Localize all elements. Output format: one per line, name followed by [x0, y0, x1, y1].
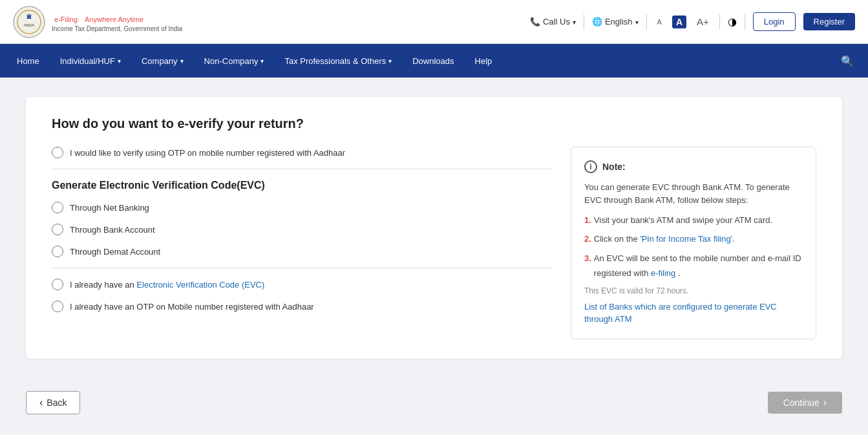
- step-2-text: Click on the 'Pin for Income Tax filing'…: [594, 231, 735, 246]
- info-icon: i: [584, 160, 597, 173]
- continue-label: Continue: [783, 398, 820, 408]
- option-net-banking-label: Through Net Banking: [70, 203, 149, 213]
- step-2-num: 2.: [584, 231, 591, 246]
- step-2: 2. Click on the 'Pin for Income Tax fili…: [584, 231, 803, 246]
- step-3-text: An EVC will be sent to the mobile number…: [594, 251, 803, 281]
- radio-bank-account[interactable]: [52, 224, 63, 235]
- company-chevron-icon: ▾: [180, 58, 184, 65]
- option-demat-account[interactable]: Through Demat Account: [52, 246, 551, 257]
- font-normal-button[interactable]: A: [672, 16, 686, 28]
- note-steps: 1. Visit your bank's ATM and swipe your …: [584, 213, 803, 281]
- radio-aadhaar-otp[interactable]: [52, 147, 63, 158]
- note-title: Note:: [602, 162, 626, 172]
- option-bank-account[interactable]: Through Bank Account: [52, 224, 551, 235]
- option-existing-evc-label: I already have an Electronic Verificatio…: [70, 280, 264, 290]
- divider-2: [646, 14, 647, 30]
- option-bank-account-label: Through Bank Account: [70, 225, 155, 235]
- register-button[interactable]: Register: [803, 13, 855, 30]
- govt-emblem-icon: 🏛 INDIA: [13, 6, 45, 38]
- option-demat-account-label: Through Demat Account: [70, 247, 160, 257]
- continue-chevron-icon: [823, 397, 827, 408]
- right-column: i Note: You can generate EVC through Ban…: [571, 147, 816, 339]
- back-button[interactable]: Back: [26, 391, 80, 414]
- main-content: How do you want to e-verify your return?…: [0, 78, 868, 378]
- svg-text:🏛: 🏛: [26, 14, 32, 20]
- left-column: I would like to verify using OTP on mobi…: [52, 147, 551, 339]
- header-controls: 📞 Call Us 🌐 English A A A+ ◑ Login Regis…: [530, 12, 855, 31]
- logo-subtitle: Income Tax Department, Government of Ind…: [52, 25, 182, 32]
- nav-home[interactable]: Home: [6, 44, 50, 78]
- phone-icon: 📞: [530, 17, 540, 27]
- step-1-num: 1.: [584, 213, 591, 228]
- page-header: 🏛 INDIA e-Filing Anywhere Anytime Income…: [0, 0, 868, 44]
- nav-tax-professionals[interactable]: Tax Professionals & Others ▾: [274, 44, 402, 78]
- search-icon: 🔍: [841, 55, 854, 67]
- login-button[interactable]: Login: [753, 12, 796, 31]
- section-divider-2: [52, 268, 551, 268]
- efiling-tagline: Anywhere Anytime: [85, 16, 143, 23]
- note-box: i Note: You can generate EVC through Ban…: [571, 147, 816, 339]
- globe-icon: 🌐: [592, 17, 602, 27]
- font-small-button[interactable]: A: [655, 17, 664, 27]
- nav-tax-label: Tax Professionals & Others: [284, 56, 386, 66]
- divider-1: [584, 14, 584, 30]
- back-label: Back: [47, 398, 67, 408]
- svg-point-0: [14, 6, 45, 37]
- radio-demat-account[interactable]: [52, 246, 63, 257]
- nav-individual-huf[interactable]: Individual/HUF ▾: [50, 44, 131, 78]
- language-chevron: [635, 17, 639, 27]
- language-label: English: [605, 17, 633, 27]
- note-valid-text: This EVC is valid for 72 hours.: [584, 286, 803, 295]
- nav-non-company-label: Non-Company: [204, 56, 259, 66]
- nav-help[interactable]: Help: [465, 44, 503, 78]
- step-3: 3. An EVC will be sent to the mobile num…: [584, 251, 803, 281]
- nav-search-button[interactable]: 🔍: [833, 44, 862, 78]
- option-existing-otp-label: I already have an OTP on Mobile number r…: [70, 302, 314, 312]
- option-existing-evc[interactable]: I already have an Electronic Verificatio…: [52, 279, 551, 290]
- individual-chevron-icon: ▾: [118, 58, 121, 65]
- divider-4: [745, 14, 745, 30]
- main-navbar: Home Individual/HUF ▾ Company ▾ Non-Comp…: [0, 44, 868, 78]
- nav-non-company[interactable]: Non-Company ▾: [194, 44, 275, 78]
- step-3-num: 3.: [584, 251, 591, 281]
- note-header: i Note:: [584, 160, 803, 173]
- logo-text: e-Filing Anywhere Anytime Income Tax Dep…: [52, 12, 182, 32]
- logo-efiling-text: e-Filing Anywhere Anytime: [52, 12, 182, 25]
- contrast-button[interactable]: ◑: [728, 16, 737, 28]
- language-button[interactable]: 🌐 English: [592, 17, 639, 27]
- call-us-chevron: [573, 17, 576, 27]
- option-existing-otp[interactable]: I already have an OTP on Mobile number r…: [52, 301, 551, 312]
- non-company-chevron-icon: ▾: [260, 58, 264, 65]
- continue-button[interactable]: Continue: [768, 392, 842, 414]
- option-aadhaar-otp-label: I would like to verify using OTP on mobi…: [70, 148, 345, 158]
- form-title: How do you want to e-verify your return?: [52, 116, 816, 131]
- content-row: I would like to verify using OTP on mobi…: [52, 147, 816, 339]
- efiling-label: e-Filing: [54, 16, 78, 23]
- svg-text:INDIA: INDIA: [24, 23, 34, 27]
- nav-downloads-label: Downloads: [412, 56, 454, 66]
- bottom-bar: Back Continue: [0, 378, 868, 427]
- font-large-button[interactable]: A+: [694, 15, 712, 28]
- radio-existing-evc[interactable]: [52, 279, 63, 290]
- evc-section-title: Generate Electronic Verification Code(EV…: [52, 180, 551, 191]
- tax-chevron-icon: ▾: [388, 58, 392, 65]
- call-us-button[interactable]: 📞 Call Us: [530, 17, 576, 27]
- radio-existing-otp[interactable]: [52, 301, 63, 312]
- nav-home-label: Home: [17, 56, 39, 66]
- logo-area: 🏛 INDIA e-Filing Anywhere Anytime Income…: [13, 6, 182, 38]
- nav-company[interactable]: Company ▾: [131, 44, 194, 78]
- option-aadhaar-otp[interactable]: I would like to verify using OTP on mobi…: [52, 147, 551, 158]
- back-chevron-icon: [39, 397, 43, 408]
- divider-3: [719, 14, 720, 30]
- option-net-banking[interactable]: Through Net Banking: [52, 202, 551, 213]
- nav-downloads[interactable]: Downloads: [402, 44, 464, 78]
- section-divider-1: [52, 169, 551, 169]
- nav-help-label: Help: [475, 56, 492, 66]
- step-1-text: Visit your bank's ATM and swipe your ATM…: [594, 213, 772, 228]
- nav-individual-label: Individual/HUF: [60, 56, 115, 66]
- nav-company-label: Company: [142, 56, 178, 66]
- radio-net-banking[interactable]: [52, 202, 63, 213]
- form-card: How do you want to e-verify your return?…: [26, 97, 842, 359]
- atm-link[interactable]: List of Banks which are configured to ge…: [584, 301, 803, 326]
- call-us-label: Call Us: [543, 17, 570, 27]
